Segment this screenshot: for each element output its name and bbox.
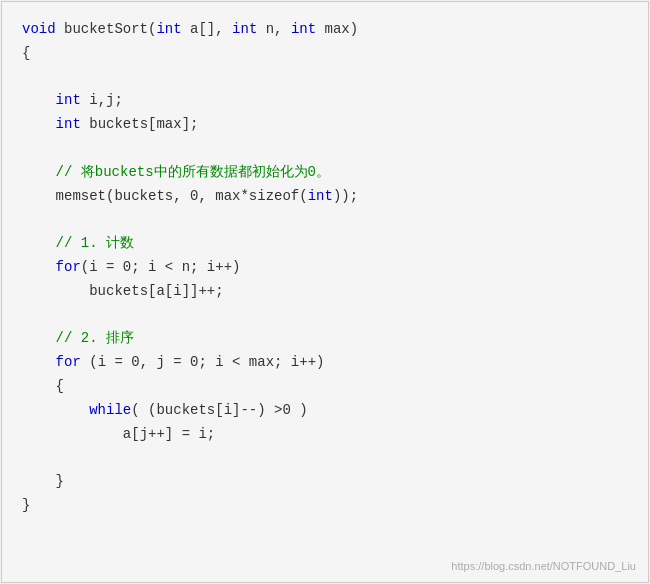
code-line xyxy=(22,304,628,328)
code-line: { xyxy=(22,375,628,399)
code-line: buckets[a[i]]++; xyxy=(22,280,628,304)
keyword: while xyxy=(89,402,131,418)
code-line: // 将buckets中的所有数据都初始化为0。 xyxy=(22,161,628,185)
comment: // 2. 排序 xyxy=(56,330,134,346)
keyword: for xyxy=(56,259,81,275)
comment: // 将buckets中的所有数据都初始化为0。 xyxy=(56,164,330,180)
code-line xyxy=(22,208,628,232)
code-line: // 1. 计数 xyxy=(22,232,628,256)
keyword: int xyxy=(308,188,333,204)
keyword: int xyxy=(232,21,257,37)
keyword: int xyxy=(56,116,81,132)
code-line: for (i = 0, j = 0; i < max; i++) xyxy=(22,351,628,375)
keyword: int xyxy=(156,21,181,37)
code-line: a[j++] = i; xyxy=(22,423,628,447)
code-line: void bucketSort(int a[], int n, int max) xyxy=(22,18,628,42)
code-block: void bucketSort(int a[], int n, int max)… xyxy=(22,18,628,518)
code-container: void bucketSort(int a[], int n, int max)… xyxy=(1,1,649,583)
code-line: int buckets[max]; xyxy=(22,113,628,137)
watermark: https://blog.csdn.net/NOTFOUND_Liu xyxy=(451,560,636,572)
code-line: int i,j; xyxy=(22,89,628,113)
code-line: while( (buckets[i]--) >0 ) xyxy=(22,399,628,423)
keyword: int xyxy=(291,21,316,37)
code-line xyxy=(22,446,628,470)
keyword: for xyxy=(56,354,81,370)
code-line: } xyxy=(22,470,628,494)
comment: // 1. 计数 xyxy=(56,235,134,251)
code-line: { xyxy=(22,42,628,66)
code-line: // 2. 排序 xyxy=(22,327,628,351)
code-line: for(i = 0; i < n; i++) xyxy=(22,256,628,280)
code-line xyxy=(22,137,628,161)
code-line xyxy=(22,66,628,90)
keyword: int xyxy=(56,92,81,108)
code-line: } xyxy=(22,494,628,518)
code-line: memset(buckets, 0, max*sizeof(int)); xyxy=(22,185,628,209)
keyword: void xyxy=(22,21,56,37)
